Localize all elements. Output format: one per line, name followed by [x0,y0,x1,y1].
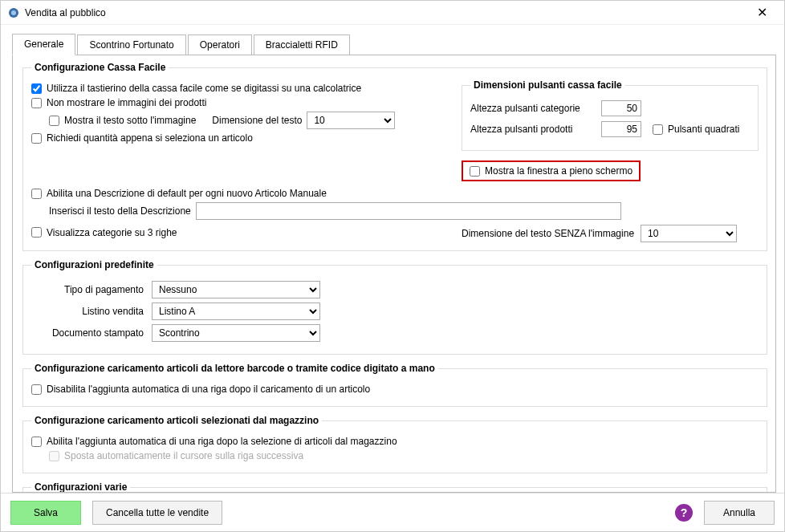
chk-disabilita-riga-barcode[interactable]: Disabilita l'aggiunta automatica di una … [31,384,370,395]
highlight-fullscreen: Mostra la finestra a pieno schermo [462,160,641,181]
tab-label: Operatori [200,39,240,51]
group-barcode: Configurazione caricamento articoli da l… [22,363,767,407]
tab-generale[interactable]: Generale [12,34,75,55]
chk-label: Pulsanti quadrati [668,124,739,135]
group-varie: Configurazioni varie [22,481,767,493]
group-dimensioni-pulsanti: Dimensioni pulsanti cassa facile Altezza… [462,79,759,151]
chk-tastierino[interactable]: Utilizza il tastierino della cassa facil… [31,83,361,94]
chk-fullscreen[interactable]: Mostra la finestra a pieno schermo [470,165,632,177]
chk-label: Non mostrare le immagini dei prodotti [47,97,206,108]
chk-testo-sotto-immagine-input[interactable] [49,116,59,126]
group-configurazioni-predefinite: Configurazioni predefinite Tipo di pagam… [22,259,767,355]
close-icon[interactable]: ✕ [746,1,778,25]
dim-testo-senza-select[interactable]: 10 [641,225,737,242]
documento-stampato-label: Documento stampato [31,327,152,339]
chk-abilita-descrizione-default[interactable]: Abilita una Descrizione di default per o… [31,188,327,199]
group-legend: Configurazione caricamento articoli da l… [31,363,438,374]
clear-sales-button[interactable]: Cancella tutte le vendite [92,501,222,525]
button-label: Salva [34,507,58,518]
group-magazzino: Configurazione caricamento articoli sele… [22,415,767,473]
listino-vendita-select[interactable]: Listino A [152,303,320,320]
dim-testo-label: Dimensione del testo [212,115,302,126]
documento-stampato-select[interactable]: Scontrino [152,324,320,342]
help-label: ? [681,506,688,519]
cancel-button[interactable]: Annulla [704,501,775,525]
button-label: Annulla [723,507,755,518]
group-legend: Dimensioni pulsanti cassa facile [470,79,625,91]
footer-bar: Salva Cancella tutte le vendite ? Annull… [1,493,784,531]
titlebar: Vendita al pubblico ✕ [1,1,784,25]
tab-label: Braccialetti RFID [266,39,338,51]
chk-abilita-riga-magazzino-input[interactable] [31,437,42,447]
tabpage-generale: Configurazione Cassa Facile Utilizza il … [12,55,776,493]
chk-tastierino-input[interactable] [31,83,42,94]
app-icon [7,6,20,19]
group-legend: Configurazioni predefinite [31,259,157,270]
chk-richiedi-quantita-input[interactable] [31,133,42,144]
tabbar: Generale Scontrino Fortunato Operatori B… [1,25,784,55]
chk-pulsanti-quadrati-input[interactable] [653,124,663,135]
chk-abilita-riga-magazzino[interactable]: Abilita l'aggiunta automatica di una rig… [31,436,397,447]
tab-scontrino-fortunato[interactable]: Scontrino Fortunato [77,35,185,55]
listino-vendita-label: Listino vendita [31,306,152,317]
chk-non-mostrare-immagini-input[interactable] [31,98,42,108]
window-root: Vendita al pubblico ✕ Generale Scontrino… [0,0,785,532]
chk-disabilita-riga-barcode-input[interactable] [31,384,42,395]
chk-sposta-cursore: Sposta automaticamente il cursore sulla … [49,450,303,461]
altezza-prodotti-input[interactable] [601,121,641,137]
chk-label: Sposta automaticamente il cursore sulla … [64,450,303,461]
group-legend: Configurazioni varie [31,481,130,493]
altezza-categorie-label: Altezza pulsanti categorie [470,103,595,114]
chk-non-mostrare-immagini[interactable]: Non mostrare le immagini dei prodotti [31,97,206,108]
tab-operatori[interactable]: Operatori [188,35,252,55]
chk-label: Abilita una Descrizione di default per o… [47,188,327,199]
chk-fullscreen-input[interactable] [470,166,480,177]
descrizione-input[interactable] [196,202,621,220]
window-title: Vendita al pubblico [25,7,746,18]
group-cassa-facile: Configurazione Cassa Facile Utilizza il … [22,62,767,251]
tipo-pagamento-label: Tipo di pagamento [31,284,152,295]
chk-label: Visualizza categorie su 3 righe [47,227,177,238]
content-area: Generale Scontrino Fortunato Operatori B… [1,25,784,531]
chk-pulsanti-quadrati[interactable]: Pulsanti quadrati [653,124,739,135]
chk-label: Disabilita l'aggiunta automatica di una … [47,384,370,395]
chk-categorie-3-righe[interactable]: Visualizza categorie su 3 righe [31,227,177,238]
altezza-categorie-input[interactable] [601,100,641,116]
descrizione-label: Inserisci il testo della Descrizione [49,205,191,217]
group-legend: Configurazione caricamento articoli sele… [31,415,322,426]
dim-testo-select[interactable]: 10 [307,112,395,129]
chk-label: Richiedi quantità appena si seleziona un… [47,132,253,144]
tab-label: Generale [24,39,63,50]
chk-label: Mostra la finestra a pieno schermo [485,165,632,177]
chk-categorie-3-righe-input[interactable] [31,227,42,238]
help-icon[interactable]: ? [675,504,693,522]
button-label: Cancella tutte le vendite [106,507,209,518]
tab-label: Scontrino Fortunato [89,39,173,51]
altezza-prodotti-label: Altezza pulsanti prodotti [470,124,595,135]
tab-braccialetti-rfid[interactable]: Braccialetti RFID [254,35,350,55]
svg-point-1 [11,10,16,15]
chk-label: Abilita l'aggiunta automatica di una rig… [47,436,397,447]
chk-label: Utilizza il tastierino della cassa facil… [47,83,361,94]
chk-testo-sotto-immagine[interactable]: Mostra il testo sotto l'immagine [49,115,196,126]
tipo-pagamento-select[interactable]: Nessuno [152,281,320,298]
chk-abilita-descrizione-default-input[interactable] [31,189,42,199]
chk-label: Mostra il testo sotto l'immagine [64,115,196,126]
group-legend: Configurazione Cassa Facile [31,62,169,73]
chk-sposta-cursore-input [49,451,59,461]
save-button[interactable]: Salva [10,501,81,525]
dim-testo-senza-label: Dimensione del testo SENZA l'immagine [462,228,634,239]
chk-richiedi-quantita[interactable]: Richiedi quantità appena si seleziona un… [31,132,253,144]
